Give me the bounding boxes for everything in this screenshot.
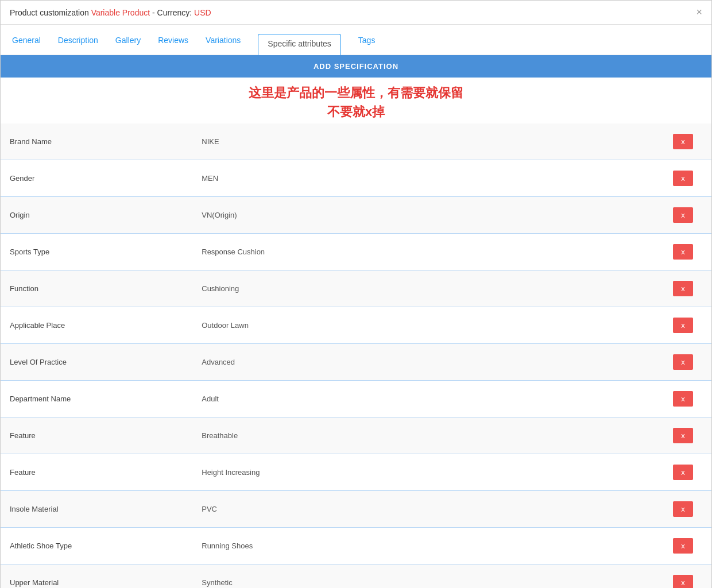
delete-spec-button[interactable]: x	[673, 538, 693, 554]
table-row: GenderMENx	[1, 160, 711, 197]
delete-spec-button[interactable]: x	[673, 134, 693, 149]
delete-spec-button[interactable]: x	[673, 428, 693, 443]
table-row: Brand NameNIKEx	[1, 123, 711, 160]
spec-attribute-name: Applicable Place	[1, 307, 192, 344]
spec-delete-cell: x	[655, 160, 711, 197]
spec-attribute-value: Outdoor Lawn	[192, 307, 655, 344]
tab-specific-attributes[interactable]: Specific attributes	[258, 34, 341, 55]
spec-attribute-value: Height Increasing	[192, 454, 655, 491]
title-bar: Product customization Variable Product -…	[1, 1, 711, 25]
table-row: FunctionCushioningx	[1, 270, 711, 307]
delete-spec-button[interactable]: x	[673, 281, 693, 296]
notice-line2: 不要就x掉	[1, 102, 711, 121]
delete-spec-button[interactable]: x	[673, 501, 693, 517]
spec-attribute-name: Department Name	[1, 381, 192, 417]
spec-attribute-name: Gender	[1, 160, 192, 197]
spec-delete-cell: x	[655, 564, 711, 589]
spec-delete-cell: x	[655, 491, 711, 528]
spec-attribute-name: Sports Type	[1, 234, 192, 270]
table-row: Level Of PracticeAdvancedx	[1, 344, 711, 381]
spec-attribute-value: VN(Origin)	[192, 197, 655, 234]
tab-reviews[interactable]: Reviews	[158, 36, 188, 53]
table-row: FeatureHeight Increasingx	[1, 454, 711, 491]
spec-delete-cell: x	[655, 307, 711, 344]
spec-attribute-name: Brand Name	[1, 123, 192, 160]
close-button[interactable]: ×	[696, 6, 702, 18]
spec-delete-cell: x	[655, 417, 711, 454]
spec-attribute-value: Running Shoes	[192, 528, 655, 564]
spec-delete-cell: x	[655, 381, 711, 417]
delete-spec-button[interactable]: x	[673, 575, 693, 588]
spec-attribute-value: NIKE	[192, 123, 655, 160]
spec-attribute-value: Adult	[192, 381, 655, 417]
table-row: OriginVN(Origin)x	[1, 197, 711, 234]
spec-delete-cell: x	[655, 234, 711, 270]
table-row: Athletic Shoe TypeRunning Shoesx	[1, 528, 711, 564]
table-row: Insole MaterialPVCx	[1, 491, 711, 528]
spec-attribute-name: Level Of Practice	[1, 344, 192, 381]
spec-attribute-value: MEN	[192, 160, 655, 197]
specifications-table: Brand NameNIKExGenderMENxOriginVN(Origin…	[1, 123, 711, 588]
add-specification-button[interactable]: ADD SPECIFICATION	[1, 55, 711, 78]
tab-variations[interactable]: Variations	[206, 36, 241, 53]
tab-gallery[interactable]: Gallery	[115, 36, 141, 53]
spec-attribute-value: Synthetic	[192, 564, 655, 589]
tab-bar: General Description Gallery Reviews Vari…	[1, 25, 711, 55]
title-prefix: Product customization	[10, 8, 89, 17]
spec-attribute-name: Athletic Shoe Type	[1, 528, 192, 564]
spec-attribute-name: Upper Material	[1, 564, 192, 589]
table-row: Applicable PlaceOutdoor Lawnx	[1, 307, 711, 344]
tab-description[interactable]: Description	[58, 36, 98, 53]
delete-spec-button[interactable]: x	[673, 391, 693, 407]
spec-delete-cell: x	[655, 454, 711, 491]
spec-attribute-value: PVC	[192, 491, 655, 528]
table-row: FeatureBreathablex	[1, 417, 711, 454]
spec-attribute-value: Breathable	[192, 417, 655, 454]
spec-attribute-value: Cushioning	[192, 270, 655, 307]
title-middle: - Currency:	[152, 8, 194, 17]
spec-delete-cell: x	[655, 528, 711, 564]
spec-attribute-value: Advanced	[192, 344, 655, 381]
title-currency: USD	[194, 8, 211, 17]
delete-spec-button[interactable]: x	[673, 318, 693, 333]
tab-general[interactable]: General	[12, 36, 41, 53]
product-customization-window: Product customization Variable Product -…	[0, 0, 712, 588]
table-row: Upper MaterialSyntheticx	[1, 564, 711, 589]
spec-delete-cell: x	[655, 197, 711, 234]
spec-delete-cell: x	[655, 123, 711, 160]
window-title: Product customization Variable Product -…	[10, 8, 211, 17]
spec-attribute-name: Function	[1, 270, 192, 307]
delete-spec-button[interactable]: x	[673, 171, 693, 186]
table-row: Department NameAdultx	[1, 381, 711, 417]
table-row: Sports TypeResponse Cushionx	[1, 234, 711, 270]
spec-attribute-name: Feature	[1, 454, 192, 491]
spec-attribute-name: Origin	[1, 197, 192, 234]
notice-text: 这里是产品的一些属性，有需要就保留 不要就x掉	[1, 78, 711, 123]
delete-spec-button[interactable]: x	[673, 207, 693, 223]
title-brand: Variable Product	[91, 8, 150, 17]
delete-spec-button[interactable]: x	[673, 354, 693, 370]
spec-attribute-name: Insole Material	[1, 491, 192, 528]
delete-spec-button[interactable]: x	[673, 465, 693, 480]
spec-attribute-name: Feature	[1, 417, 192, 454]
spec-attribute-value: Response Cushion	[192, 234, 655, 270]
spec-delete-cell: x	[655, 344, 711, 381]
tab-tags[interactable]: Tags	[358, 36, 376, 53]
spec-delete-cell: x	[655, 270, 711, 307]
delete-spec-button[interactable]: x	[673, 244, 693, 260]
notice-line1: 这里是产品的一些属性，有需要就保留	[1, 83, 711, 102]
